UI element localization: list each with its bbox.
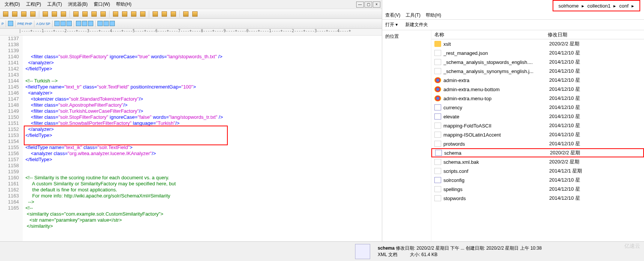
find-icon[interactable] [41,10,49,18]
file-scripts.conf[interactable]: scripts.conf2014/12/1 星期 [431,166,644,176]
col-date[interactable]: 修改日期 [548,31,567,38]
file-_rest_managed.json[interactable]: _rest_managed.json2014/12/10 星 [431,48,644,57]
minimize-button[interactable]: — [356,2,364,8]
code-line-1150[interactable]: </fieldType> [23,132,382,138]
toggle3-icon[interactable] [130,10,138,18]
code-line-1149[interactable]: </analyzer> [23,126,382,132]
tb2-img3[interactable] [66,21,72,27]
tb2-tool3[interactable] [110,21,115,27]
code-line-1138[interactable]: </analyzer> [23,60,382,66]
zoomin-icon[interactable] [72,10,80,18]
tb2-PHP[interactable]: PHP [25,22,32,26]
view2-icon[interactable] [160,10,168,18]
code-line-1153[interactable]: <analyzer class="org.wltea.analyzer.luce… [23,151,382,157]
code-line-1157[interactable]: <!-- Similarity is the scoring routine f… [23,175,382,181]
tb2-img6[interactable] [88,21,93,27]
sidebar-location[interactable]: 的位置 [385,33,428,40]
save-icon[interactable] [20,10,28,18]
code-line-1140[interactable] [23,72,382,78]
col-name[interactable]: 名称 [434,31,548,38]
tb2-div[interactable]: DIV [39,22,45,26]
zoomout-icon[interactable] [81,10,89,18]
file-spellings[interactable]: spellings2014/12/10 星 [431,185,644,194]
code-line-1160[interactable]: For more info: http://wiki.apache.org/so… [23,193,382,199]
tb2-img2[interactable] [60,21,66,27]
settings-icon[interactable] [182,10,190,18]
tb2-img4[interactable] [76,21,81,27]
code-line-1151[interactable] [23,138,382,144]
code-content[interactable]: <filter class="solr.StopFilterFactory" i… [23,36,382,244]
file-schema.xml.bak[interactable]: schema.xml.bak2020/2/2 星期 [431,157,644,166]
breadcrumb[interactable]: solrhome▸collection1▸conf▸ [553,0,640,11]
maximize-button[interactable]: ▢ [364,2,372,8]
code-line-1156[interactable] [23,169,382,175]
crumb-conf[interactable]: conf [618,3,630,9]
menu-project[interactable]: 工程(P) [23,1,44,8]
file-schema[interactable]: schema2020/2/2 星期 [431,148,644,157]
file-list[interactable]: 名称 修改日期 xslt2020/2/2 星期_rest_managed.jso… [431,30,644,261]
tb2-SP[interactable]: SP [46,22,50,26]
exp-menu-help[interactable]: 帮助(H) [426,12,441,19]
code-line-1141[interactable]: <!-- Turkish --> [23,78,382,84]
findnext-icon[interactable] [59,10,68,18]
file-admin-extra.menu-top[interactable]: admin-extra.menu-top2014/12/10 星 [431,94,644,103]
check-icon[interactable] [139,10,147,18]
tb2-tool2[interactable] [103,21,109,27]
code-line-1142[interactable]: <fieldType name="text_tr" class="solr.Te… [23,84,382,90]
code-line-1164[interactable]: <str name="paramkey">param value</str> [23,217,382,223]
new-icon[interactable] [2,10,10,18]
menu-window[interactable]: 窗口(W) [91,1,113,8]
crumb-solrhome[interactable]: solrhome [557,3,580,9]
file-mapping-ISOLatin1Accent[interactable]: mapping-ISOLatin1Accent2014/12/10 星 [431,130,644,139]
tb2-A[interactable]: A [36,22,39,26]
code-line-1145[interactable]: <filter class="solr.ApostropheFilterFact… [23,102,382,108]
menu-help[interactable]: 帮助(H) [113,1,134,8]
code-line-1152[interactable]: <fieldType name="text_ik" class="solr.Te… [23,144,382,151]
code-line-1154[interactable]: </fieldType> [23,157,382,163]
tb2-PRE[interactable]: PRE [17,22,25,26]
view3-icon[interactable] [169,10,178,18]
file-_schema_analysis_stopwords_english....[interactable]: _schema_analysis_stopwords_english....20… [431,57,644,67]
toggle1-icon[interactable] [111,10,120,18]
code-line-1165[interactable]: </similarity> [23,223,382,229]
code-line-1147[interactable]: <filter class="solr.StopFilterFactory" i… [23,114,382,120]
code-line-1137[interactable]: <filter class="solr.StopFilterFactory" i… [23,54,382,60]
open-dropdown[interactable]: 打开 ▾ [385,22,398,28]
help-icon[interactable] [191,10,199,18]
code-line-1161[interactable]: --> [23,199,382,205]
file-currency[interactable]: currency2014/12/10 星 [431,103,644,112]
saveall-icon[interactable] [29,10,37,18]
menu-tools[interactable]: 工具(T) [44,1,65,8]
menu-browser[interactable]: 浏览器(B) [65,1,91,8]
file-xslt[interactable]: xslt2020/2/2 星期 [431,39,644,48]
code-line-1162[interactable]: <!-- [23,205,382,211]
fontsize-icon[interactable] [90,10,98,18]
code-editor[interactable]: 1137113811391140114111421143114411451146… [0,36,382,244]
tb2-find[interactable] [8,21,13,27]
crumb-collection1[interactable]: collection1 [586,3,612,9]
code-line-1144[interactable]: <tokenizer class="solr.StandardTokenizer… [23,96,382,102]
tb2-P[interactable]: P [2,22,4,26]
hex-icon[interactable] [99,10,107,18]
zoom-icon[interactable] [50,10,59,18]
code-line-1148[interactable]: <filter class="solr.SnowballPorterFilter… [23,120,382,126]
file-solrconfig[interactable]: solrconfig2014/12/10 星 [431,176,644,185]
tb2-tool1[interactable] [97,21,103,27]
code-line-1143[interactable]: <analyzer> [23,90,382,96]
code-line-1155[interactable] [23,163,382,169]
exp-menu-tools[interactable]: 工具(T) [406,12,420,19]
code-line-1158[interactable]: A custom Similarity or SimilarityFactory… [23,181,382,187]
file-elevate[interactable]: elevate2014/12/10 星 [431,112,644,121]
file-admin-extra.menu-bottom[interactable]: admin-extra.menu-bottom2014/12/10 星 [431,85,644,94]
file-admin-extra[interactable]: admin-extra2014/12/10 星 [431,76,644,85]
code-line-1146[interactable]: <filter class="solr.TurkishLowerCaseFilt… [23,108,382,114]
code-line-1163[interactable]: <similarity class="com.example.solr.Cust… [23,211,382,217]
exp-menu-view[interactable]: 查看(V) [385,12,400,19]
file-protwords[interactable]: protwords2014/12/10 星 [431,139,644,148]
tb2-img5[interactable] [82,21,87,27]
file-stopwords[interactable]: stopwords2014/12/10 星 [431,194,644,203]
code-line-1159[interactable]: the default is fine for most application… [23,187,382,193]
file-list-header[interactable]: 名称 修改日期 [431,30,644,39]
close-button[interactable]: × [373,2,380,8]
new-folder-button[interactable]: 新建文件夹 [405,22,428,28]
